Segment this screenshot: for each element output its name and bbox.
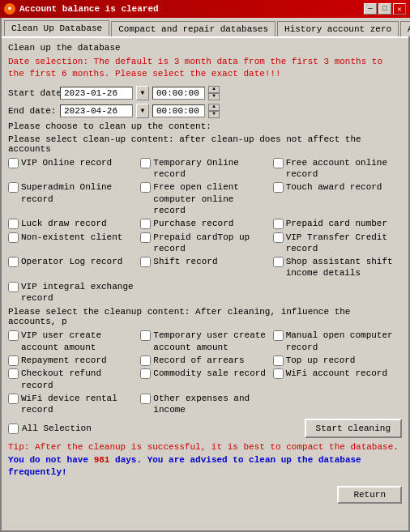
choose-label: Please choose to clean up the content:: [8, 121, 402, 131]
tip-text-1: Tip: After the cleanup is successful, it…: [8, 442, 399, 452]
touch-award-check[interactable]: [273, 182, 284, 193]
top-up-record-label: Top up record: [286, 355, 356, 366]
checkboxes-section1: VIP Online record Temporary Online recor…: [8, 157, 402, 304]
main-window: Clean Up Database Compact and repair dat…: [0, 18, 410, 532]
return-button[interactable]: Return: [337, 486, 402, 504]
list-item: Checkout refund record: [8, 368, 137, 391]
tip-text-2: You do: [8, 455, 41, 465]
superadmin-online-label: Superadmin Online record: [21, 181, 137, 205]
all-selection-label: All Selection: [22, 423, 92, 433]
start-date-dropdown-btn[interactable]: ▼: [136, 86, 149, 100]
manual-open-computer-check[interactable]: [273, 330, 284, 341]
tip-not-have: not have: [45, 455, 88, 465]
non-existent-client-label: Non-existent client: [21, 232, 122, 243]
list-item: VIP Transfer Credit record: [273, 232, 402, 255]
end-date-label: End date:: [8, 106, 57, 116]
tab-history-account[interactable]: History account zero: [277, 21, 399, 36]
prepaid-card-number-check[interactable]: [273, 219, 284, 229]
end-time-spinner: ▲ ▼: [208, 104, 220, 118]
tab-bar: Clean Up Database Compact and repair dat…: [2, 18, 408, 36]
free-account-online-check[interactable]: [273, 158, 284, 168]
end-time-down[interactable]: ▼: [208, 111, 220, 118]
maximize-button[interactable]: □: [378, 3, 391, 15]
section1-header: Please select clean-up content: after cl…: [8, 134, 402, 154]
start-time-down[interactable]: ▼: [208, 93, 220, 100]
list-item: Temporary user create account amount: [140, 330, 269, 353]
prepaid-top-up-check[interactable]: [140, 232, 151, 243]
start-time-input[interactable]: [152, 87, 205, 100]
wifi-device-check[interactable]: [8, 394, 19, 404]
minimize-button[interactable]: ─: [364, 3, 377, 15]
warning-text: Date selection: The default is 3 month d…: [8, 56, 402, 81]
tab-ac[interactable]: Ac: [400, 21, 410, 36]
other-expenses-check[interactable]: [140, 394, 151, 404]
tab-cleanup-database[interactable]: Clean Up Database: [4, 20, 109, 36]
tip-text: Tip: After the cleanup is successful, it…: [8, 441, 402, 479]
start-cleaning-button[interactable]: Start cleaning: [305, 419, 402, 438]
list-item: Temporary Online record: [140, 157, 269, 181]
section-title: Clean up the database: [8, 43, 402, 53]
list-item: Commodity sale record: [140, 368, 269, 391]
list-item: Shift record: [140, 256, 269, 279]
list-item: Manual open computer record: [273, 330, 402, 353]
shift-record-label: Shift record: [153, 256, 217, 267]
other-expenses-label: Other expenses and income: [153, 393, 269, 416]
vip-user-create-check[interactable]: [8, 330, 19, 341]
close-button[interactable]: ✕: [393, 3, 406, 15]
tab-compact-repair[interactable]: Compact and repair databases: [111, 21, 275, 36]
list-item: Prepaid card number: [273, 218, 402, 229]
end-time-input[interactable]: [152, 104, 205, 117]
start-time-up[interactable]: ▲: [208, 86, 220, 93]
checkout-refund-check[interactable]: [8, 368, 19, 379]
record-arrears-check[interactable]: [140, 355, 151, 366]
luck-draw-label: Luck draw record: [21, 218, 107, 229]
shift-record-check[interactable]: [140, 257, 151, 267]
window-controls: ─ □ ✕: [364, 3, 406, 15]
end-time-up[interactable]: ▲: [208, 104, 220, 111]
record-arrears-label: Record of arrears: [153, 355, 244, 366]
vip-transfer-credit-check[interactable]: [273, 232, 284, 243]
end-date-dropdown-btn[interactable]: ▼: [136, 104, 149, 118]
temp-online-record-check[interactable]: [140, 158, 151, 168]
free-open-client-check[interactable]: [140, 182, 151, 193]
app-icon: ●: [4, 3, 15, 15]
all-selection-left: All Selection: [8, 423, 92, 434]
all-selection-check[interactable]: [8, 423, 19, 434]
free-open-client-label: Free open client computer online record: [153, 181, 269, 216]
end-date-input[interactable]: [60, 104, 133, 117]
start-date-row: Start date: ▼ ▲ ▼: [8, 86, 402, 100]
wifi-device-label: WiFi device rental record: [21, 393, 137, 416]
wifi-account-check[interactable]: [273, 368, 284, 379]
shop-assistant-check[interactable]: [273, 257, 284, 267]
vip-online-record-check[interactable]: [8, 158, 19, 168]
temp-user-create-check[interactable]: [140, 330, 151, 341]
luck-draw-check[interactable]: [8, 219, 19, 229]
vip-transfer-credit-label: VIP Transfer Credit record: [286, 232, 402, 255]
operator-log-check[interactable]: [8, 257, 19, 267]
free-account-online-label: Free account online record: [286, 157, 402, 181]
tip-days: 981: [94, 455, 110, 465]
top-up-record-check[interactable]: [273, 355, 284, 366]
non-existent-client-check[interactable]: [8, 232, 19, 243]
section2-header: Please select the cleanup content: After…: [8, 307, 402, 326]
return-row: Return: [8, 483, 402, 505]
start-time-spinner: ▲ ▼: [208, 86, 220, 100]
commodity-sale-check[interactable]: [140, 368, 151, 379]
list-item: Operator Log record: [8, 256, 137, 279]
temp-user-create-label: Temporary user create account amount: [153, 330, 269, 353]
list-item: Luck draw record: [8, 218, 137, 229]
list-item: Repayment record: [8, 355, 137, 366]
repayment-record-check[interactable]: [8, 355, 19, 366]
prepaid-top-up-label: Prepaid cardTop up record: [153, 232, 269, 255]
superadmin-online-check[interactable]: [8, 182, 19, 193]
list-item: Non-existent client: [8, 232, 137, 255]
list-item: Prepaid cardTop up record: [140, 232, 269, 255]
start-date-input[interactable]: [60, 87, 133, 100]
purchase-record-check[interactable]: [140, 219, 151, 229]
wifi-account-label: WiFi account record: [286, 368, 387, 379]
list-item: WiFi account record: [273, 368, 402, 391]
vip-online-label: VIP Online record: [21, 157, 112, 168]
manual-open-computer-label: Manual open computer record: [286, 330, 402, 353]
list-item: Purchase record: [140, 218, 269, 229]
vip-integral-check[interactable]: [8, 282, 19, 292]
